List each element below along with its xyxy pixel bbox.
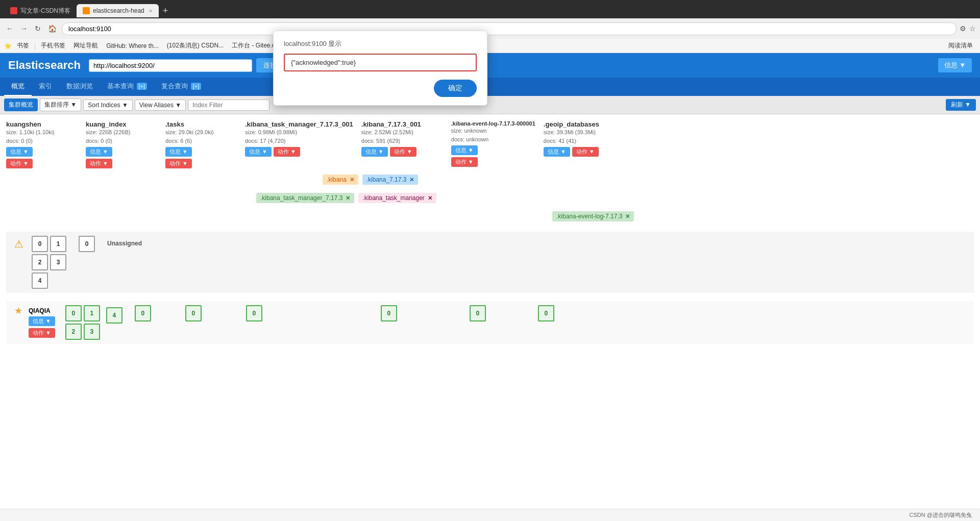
modal-content: {"acknowledged":true} [284,54,477,71]
modal-box: localhost:9100 显示 {"acknowledged":true} … [273,31,487,106]
modal-overlay: localhost:9100 显示 {"acknowledged":true} … [0,0,980,521]
modal-title: localhost:9100 显示 [284,39,477,48]
app-container: Elasticsearch 连接 信息 ▼ 概览 索引 数据浏览 基本查询 [+… [0,53,980,521]
modal-ok-button[interactable]: 确定 [434,80,477,97]
modal-footer: 确定 [284,80,477,97]
